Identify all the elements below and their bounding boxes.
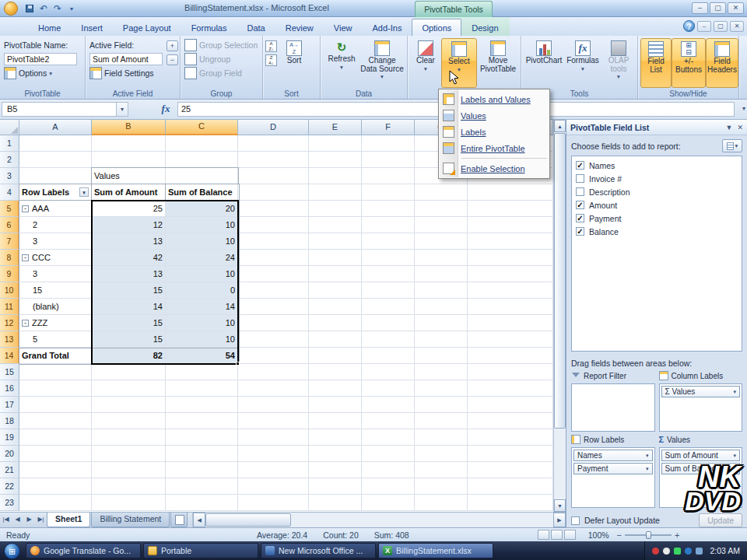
cell-F3[interactable] — [362, 168, 415, 184]
refresh-button[interactable]: ↻ Refresh ▾ — [323, 38, 360, 88]
insert-worksheet-tab[interactable] — [170, 513, 188, 527]
pivottable-options-button[interactable]: Options ▾ — [2, 66, 82, 80]
row-header-14[interactable]: 14 — [0, 348, 19, 364]
cell-H6[interactable] — [468, 217, 553, 233]
row-header-19[interactable]: 19 — [0, 429, 19, 446]
cell-H7[interactable] — [468, 233, 553, 250]
cell-H23[interactable] — [468, 495, 553, 511]
cell-B13[interactable]: 15 — [92, 331, 166, 348]
zoom-level[interactable]: 100% — [588, 530, 609, 540]
cell-G16[interactable] — [415, 380, 468, 397]
group-field-button[interactable]: Group Field — [183, 66, 260, 80]
row-header-6[interactable]: 6 — [0, 217, 19, 233]
cell-G14[interactable] — [415, 348, 468, 364]
field-dropdown[interactable]: ▾ — [733, 453, 736, 458]
tab-page-layout[interactable]: Page Layout — [113, 19, 181, 36]
cell-H22[interactable] — [468, 478, 553, 495]
cell-A1[interactable] — [19, 135, 92, 152]
pivottable-name-input[interactable]: PivotTable2 — [4, 53, 77, 65]
cell-E1[interactable] — [309, 135, 362, 152]
cell-E13[interactable] — [309, 331, 362, 348]
cell-A22[interactable] — [19, 478, 92, 495]
row-header-9[interactable]: 9 — [0, 266, 19, 282]
menu-item-enable-selection[interactable]: Enable Selection — [440, 160, 549, 177]
cell-G8[interactable] — [415, 250, 468, 266]
cell-E6[interactable] — [309, 217, 362, 233]
cell-E22[interactable] — [309, 478, 362, 495]
cell-B22[interactable] — [92, 478, 166, 495]
checkbox-description[interactable] — [576, 187, 584, 196]
cell-C16[interactable] — [166, 380, 238, 397]
menu-item-values[interactable]: Values — [440, 107, 549, 124]
cell-C10[interactable]: 0 — [166, 282, 238, 299]
cell-E8[interactable] — [309, 250, 362, 266]
cell-A5[interactable]: -AAA — [19, 201, 92, 217]
checkbox-invoice[interactable] — [576, 174, 584, 183]
row-header-7[interactable]: 7 — [0, 233, 19, 250]
cell-D21[interactable] — [238, 462, 309, 478]
cell-B5[interactable]: 25 — [92, 201, 166, 217]
cell-B7[interactable]: 13 — [92, 233, 166, 250]
sort-za-icon[interactable]: ZA↓ — [265, 54, 277, 66]
scroll-right-button[interactable]: ▶ — [553, 513, 566, 527]
cell-E12[interactable] — [309, 315, 362, 331]
cell-F19[interactable] — [362, 429, 415, 446]
area-field-sum-of-amount[interactable]: Sum of Amount▾ — [661, 450, 741, 461]
taskbar-button-portable[interactable]: Portable — [143, 543, 258, 558]
row-header-3[interactable]: 3 — [0, 168, 19, 184]
row-header-13[interactable]: 13 — [0, 331, 19, 348]
cell-B10[interactable]: 15 — [92, 282, 166, 299]
active-field-input[interactable]: Sum of Amount — [89, 53, 163, 65]
cell-C12[interactable]: 10 — [166, 315, 238, 331]
cell-A7[interactable]: 3 — [19, 233, 92, 250]
cell-B14[interactable]: 82 — [92, 348, 166, 364]
cell-D18[interactable] — [238, 413, 309, 429]
cell-A10[interactable]: 15 — [19, 282, 92, 299]
cell-C5[interactable]: 20 — [166, 201, 238, 217]
cell-G20[interactable] — [415, 446, 468, 462]
cell-C22[interactable] — [166, 478, 238, 495]
cell-H17[interactable] — [468, 397, 553, 413]
cell-A3[interactable] — [19, 168, 92, 184]
field-row-amount[interactable]: ✓Amount — [573, 198, 740, 212]
area-field-payment[interactable]: Payment▾ — [573, 463, 653, 474]
cell-G17[interactable] — [415, 397, 468, 413]
cell-D13[interactable] — [238, 331, 309, 348]
cell-E11[interactable] — [309, 299, 362, 315]
cell-D12[interactable] — [238, 315, 309, 331]
cell-H12[interactable] — [468, 315, 553, 331]
cell-G12[interactable] — [415, 315, 468, 331]
office-button[interactable] — [4, 2, 18, 16]
collapse-button[interactable]: - — [22, 205, 29, 212]
workbook-restore-button[interactable]: ▢ — [714, 21, 728, 32]
cell-F13[interactable] — [362, 331, 415, 348]
checkbox-names[interactable]: ✓ — [576, 161, 584, 170]
cell-E23[interactable] — [309, 495, 362, 511]
column-header-B[interactable]: B — [92, 120, 166, 135]
row-header-20[interactable]: 20 — [0, 446, 19, 462]
cell-E18[interactable] — [309, 413, 362, 429]
cell-H8[interactable] — [468, 250, 553, 266]
cell-A12[interactable]: -ZZZ — [19, 315, 92, 331]
cell-D16[interactable] — [238, 380, 309, 397]
cell-H16[interactable] — [468, 380, 553, 397]
cell-G15[interactable] — [415, 364, 468, 380]
cell-A17[interactable] — [19, 397, 92, 413]
first-sheet-button[interactable]: |◀ — [0, 513, 12, 527]
cell-G4[interactable] — [415, 184, 468, 201]
cell-E20[interactable] — [309, 446, 362, 462]
cell-B16[interactable] — [92, 380, 166, 397]
cell-C18[interactable] — [166, 413, 238, 429]
olap-tools-button[interactable]: OLAP tools ▾ — [601, 38, 636, 88]
row-header-15[interactable]: 15 — [0, 364, 19, 380]
cell-F8[interactable] — [362, 250, 415, 266]
zoom-in-button[interactable]: + — [675, 531, 679, 539]
row-header-17[interactable]: 17 — [0, 397, 19, 413]
cell-H5[interactable] — [468, 201, 553, 217]
cell-B20[interactable] — [92, 446, 166, 462]
cell-B2[interactable] — [92, 152, 166, 168]
cell-A6[interactable]: 2 — [19, 217, 92, 233]
cell-A20[interactable] — [19, 446, 92, 462]
field-row-payment[interactable]: ✓Payment — [573, 212, 740, 225]
cell-A16[interactable] — [19, 380, 92, 397]
